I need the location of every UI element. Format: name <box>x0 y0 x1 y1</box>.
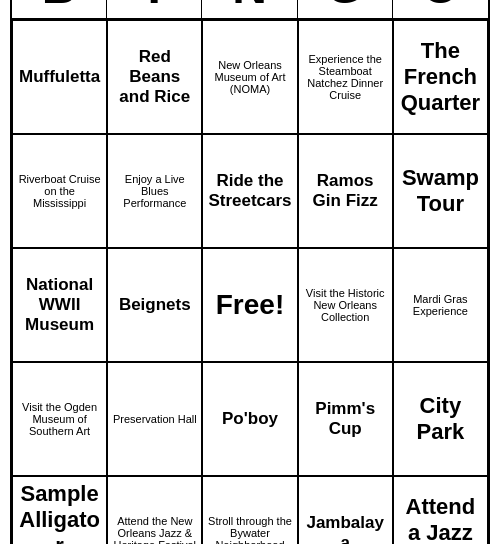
cell-text-19: City Park <box>398 393 483 445</box>
cell-text-0: Muffuletta <box>17 67 102 87</box>
cell-text-2: New Orleans Museum of Art (NOMA) <box>207 59 292 95</box>
cell-text-15: Visit the Ogden Museum of Southern Art <box>17 401 102 437</box>
header-letter-O: O <box>393 0 488 18</box>
cell-text-13: Visit the Historic New Orleans Collectio… <box>303 287 388 323</box>
bingo-cell-7: Ride the Streetcars <box>202 134 297 248</box>
header-letter-B: B <box>12 0 107 18</box>
cell-text-10: National WWII Museum <box>17 275 102 335</box>
cell-text-17: Po'boy <box>207 409 292 429</box>
bingo-cell-18: Pimm's Cup <box>298 362 393 476</box>
header-letter-N: N <box>202 0 297 18</box>
bingo-cell-15: Visit the Ogden Museum of Southern Art <box>12 362 107 476</box>
bingo-cell-21: Attend the New Orleans Jazz & Heritage F… <box>107 476 202 545</box>
cell-text-11: Beignets <box>112 295 197 315</box>
bingo-grid: MuffulettaRed Beans and RiceNew Orleans … <box>12 20 488 545</box>
bingo-cell-23: Jambalaya <box>298 476 393 545</box>
bingo-cell-9: Swamp Tour <box>393 134 488 248</box>
cell-text-22: Stroll through the Bywater Neighborhood <box>207 515 292 545</box>
bingo-cell-0: Muffuletta <box>12 20 107 134</box>
bingo-cell-11: Beignets <box>107 248 202 362</box>
bingo-cell-6: Enjoy a Live Blues Performance <box>107 134 202 248</box>
cell-text-1: Red Beans and Rice <box>112 47 197 107</box>
bingo-cell-2: New Orleans Museum of Art (NOMA) <box>202 20 297 134</box>
bingo-cell-3: Experience the Steamboat Natchez Dinner … <box>298 20 393 134</box>
cell-text-9: Swamp Tour <box>398 165 483 217</box>
cell-text-6: Enjoy a Live Blues Performance <box>112 173 197 209</box>
bingo-cell-1: Red Beans and Rice <box>107 20 202 134</box>
cell-text-3: Experience the Steamboat Natchez Dinner … <box>303 53 388 101</box>
bingo-cell-22: Stroll through the Bywater Neighborhood <box>202 476 297 545</box>
cell-text-20: Sample Alligator Dishes <box>17 481 102 545</box>
bingo-cell-19: City Park <box>393 362 488 476</box>
cell-text-14: Mardi Gras Experience <box>398 293 483 317</box>
cell-text-12: Free! <box>207 289 292 321</box>
cell-text-7: Ride the Streetcars <box>207 171 292 211</box>
cell-text-21: Attend the New Orleans Jazz & Heritage F… <box>112 515 197 545</box>
bingo-cell-4: The French Quarter <box>393 20 488 134</box>
bingo-cell-14: Mardi Gras Experience <box>393 248 488 362</box>
cell-text-5: Riverboat Cruise on the Mississippi <box>17 173 102 209</box>
bingo-cell-12: Free! <box>202 248 297 362</box>
cell-text-16: Preservation Hall <box>112 413 197 425</box>
header-letter-I: I <box>107 0 202 18</box>
cell-text-4: The French Quarter <box>398 38 483 116</box>
header-letter-G: G <box>298 0 393 18</box>
bingo-cell-16: Preservation Hall <box>107 362 202 476</box>
bingo-cell-10: National WWII Museum <box>12 248 107 362</box>
bingo-cell-20: Sample Alligator Dishes <box>12 476 107 545</box>
bingo-cell-13: Visit the Historic New Orleans Collectio… <box>298 248 393 362</box>
bingo-cell-8: Ramos Gin Fizz <box>298 134 393 248</box>
bingo-cell-17: Po'boy <box>202 362 297 476</box>
bingo-card: BINGO MuffulettaRed Beans and RiceNew Or… <box>10 0 490 544</box>
bingo-cell-24: Attend a Jazz Show <box>393 476 488 545</box>
cell-text-8: Ramos Gin Fizz <box>303 171 388 211</box>
cell-text-18: Pimm's Cup <box>303 399 388 439</box>
bingo-header: BINGO <box>12 0 488 20</box>
cell-text-24: Attend a Jazz Show <box>398 494 483 545</box>
bingo-cell-5: Riverboat Cruise on the Mississippi <box>12 134 107 248</box>
cell-text-23: Jambalaya <box>303 513 388 545</box>
